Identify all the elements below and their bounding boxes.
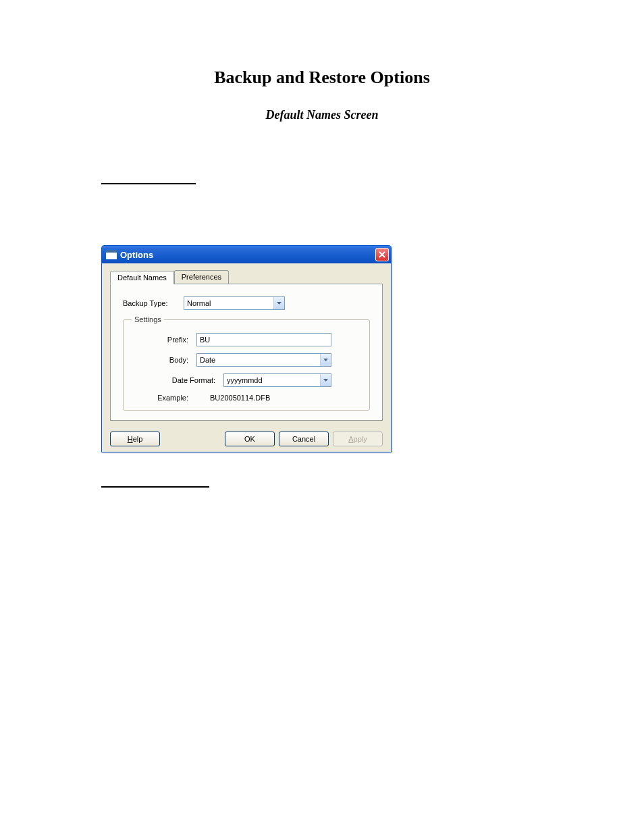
tab-default-names[interactable]: Default Names [110, 271, 174, 284]
prefix-input[interactable] [196, 333, 331, 346]
ok-button-label: OK [244, 435, 255, 443]
example-label: Example: [136, 394, 196, 402]
titlebar-left: Options [106, 250, 153, 260]
close-icon [379, 251, 385, 258]
window-title: Options [120, 250, 153, 260]
page-subtitle: Default Names Screen [68, 108, 576, 122]
settings-fieldset: Settings Prefix: Body: Date Date For [123, 315, 370, 411]
tab-label: Preferences [182, 273, 221, 281]
tab-preferences[interactable]: Preferences [174, 270, 229, 284]
backup-type-row: Backup Type: Normal [123, 296, 370, 310]
cancel-button[interactable]: Cancel [279, 432, 329, 446]
backup-type-value: Normal [187, 299, 273, 307]
tab-label: Default Names [117, 273, 167, 282]
titlebar[interactable]: Options [102, 246, 391, 263]
prefix-label: Prefix: [136, 336, 196, 344]
help-button[interactable]: Help [110, 432, 160, 446]
help-button-label: Help [128, 435, 143, 443]
date-format-value: yyyymmdd [227, 376, 320, 384]
apply-button-label: Apply [348, 435, 367, 443]
body-dropdown[interactable]: Date [196, 353, 331, 367]
chevron-down-icon[interactable] [320, 374, 331, 386]
body-value: Date [200, 356, 320, 364]
settings-legend: Settings [132, 315, 164, 323]
body-label: Body: [136, 356, 196, 364]
example-value: BU20050114.DFB [196, 394, 270, 402]
date-format-label: Date Format: [136, 376, 223, 384]
body-row: Body: Date [136, 353, 357, 367]
prefix-row: Prefix: [136, 333, 357, 346]
chevron-down-icon[interactable] [273, 297, 284, 309]
date-format-dropdown[interactable]: yyyymmdd [223, 373, 331, 387]
date-format-row: Date Format: yyyymmdd [136, 373, 357, 387]
example-row: Example: BU20050114.DFB [136, 394, 357, 402]
chevron-down-icon[interactable] [320, 354, 331, 366]
page-title: Backup and Restore Options [68, 68, 576, 88]
cancel-button-label: Cancel [292, 435, 315, 443]
tabs: Default Names Preferences [110, 270, 383, 284]
backup-type-dropdown[interactable]: Normal [184, 296, 285, 310]
backup-type-label: Backup Type: [123, 299, 184, 307]
app-icon [106, 250, 117, 259]
divider [101, 486, 209, 488]
divider [101, 183, 196, 184]
button-right-group: OK Cancel Apply [225, 432, 383, 446]
ok-button[interactable]: OK [225, 432, 275, 446]
button-bar: Help OK Cancel Apply [110, 429, 383, 446]
apply-button: Apply [333, 432, 383, 446]
options-dialog: Options Default Names Preferences Backup… [101, 245, 392, 452]
dialog-body: Default Names Preferences Backup Type: N… [102, 263, 391, 452]
tab-panel-default-names: Backup Type: Normal Settings Prefix: Bod… [110, 284, 383, 421]
close-button[interactable] [375, 248, 389, 261]
